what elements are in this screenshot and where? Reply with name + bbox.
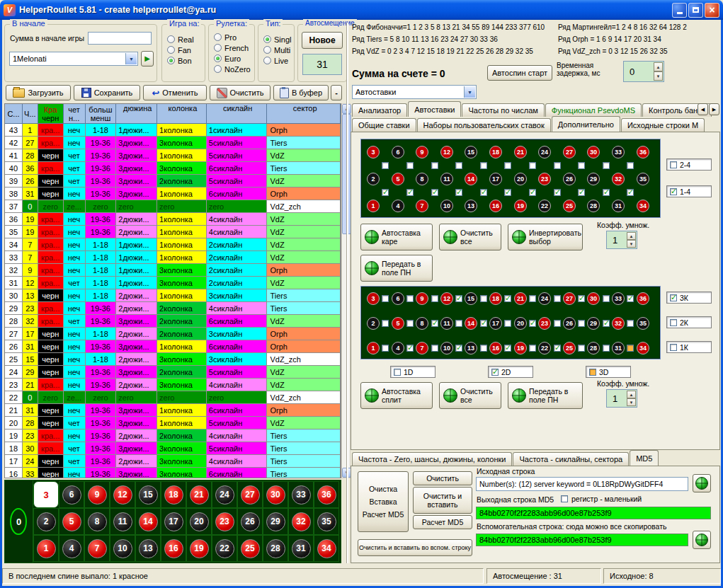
table-row[interactable]: 3013черннеч1-182дюжи...1колонка3сиклайнT… [5,289,341,302]
radio-option-Real[interactable]: Real [167,35,194,44]
radio-option-Bon[interactable]: Bon [167,56,194,65]
board-cell-11[interactable]: 11 [110,508,135,535]
bet-checkbox[interactable] [578,162,585,169]
bet-number-8[interactable]: 8 [416,317,428,330]
chevron-down-icon[interactable]: ▼ [464,86,475,98]
table-row[interactable]: 1724чернчет19-362дюжи...3колонка4сиклайн… [5,455,341,468]
bet-checkbox[interactable] [627,345,634,352]
bet-number-21[interactable]: 21 [514,146,527,158]
spin-up-icon[interactable]: ▲ [627,391,636,398]
bets-combo[interactable]: Автоставки ▼ [352,85,477,99]
bet-checkbox[interactable] [578,345,585,352]
bet-number-22[interactable]: 22 [538,200,551,212]
split-grid[interactable]: 3691215182124273033362581114172023262932… [360,286,661,359]
bet-number-1[interactable]: 1 [367,342,380,354]
board-cell-26[interactable]: 26 [237,508,263,535]
register-checkbox[interactable]: регистр - маленький [561,495,642,503]
bet-number-17[interactable]: 17 [489,317,502,330]
board-cell-7[interactable]: 7 [84,535,110,562]
table-row[interactable]: 4036кра...чет19-363дюжи...3колонка6сикла… [5,162,341,175]
bet-number-29[interactable]: 29 [587,173,600,185]
bet-checkbox[interactable] [554,320,561,327]
spinner-arrows[interactable]: ▲▼ [627,391,636,406]
bet-number-6[interactable]: 6 [392,146,404,158]
table-row[interactable]: 2028чернчет19-363дюжи...1колонка5сиклайн… [5,417,341,430]
bet-number-5[interactable]: 5 [392,317,404,330]
tabs-scroll-left[interactable]: ◀ [698,103,708,115]
corner-multiplier-spinner[interactable]: 1 ▲▼ [606,231,637,249]
table-row[interactable]: 3619кра...неч19-362дюжи...1колонка4сикла… [5,213,341,226]
maximize-button[interactable] [688,3,703,18]
bet-checkbox[interactable] [627,162,634,169]
tab-Общие ставки[interactable]: Общие ставки [352,118,416,132]
bet-number-25[interactable]: 25 [563,342,576,354]
side-checkbox-2К[interactable]: 2К [666,316,712,328]
tab-Исходные строки M[interactable]: Исходные строки M [621,118,705,132]
bet-checkbox[interactable] [406,345,414,352]
bet-checkbox[interactable] [382,189,389,196]
transfer-split-button[interactable]: Передать в поле ПН [508,382,583,409]
board-cell-16[interactable]: 16 [161,535,186,562]
load-button[interactable]: Загрузить [6,85,71,100]
bet-number-22[interactable]: 22 [538,342,551,354]
bet-number-35[interactable]: 35 [637,317,649,330]
bet-checkbox[interactable] [504,320,511,327]
table-row[interactable]: 2131черннеч19-363дюжи...1колонка6сиклайн… [5,404,341,417]
bet-checkbox[interactable] [554,295,561,302]
side-checkbox-2-4[interactable]: 2-4 [666,158,712,171]
bet-number-8[interactable]: 8 [416,173,428,185]
board-cell-23[interactable]: 23 [212,508,237,535]
bet-number-21[interactable]: 21 [514,292,527,305]
table-row[interactable]: 347кра...неч1-181дюжи...1колонка2сиклайн… [5,238,341,251]
radio-option-Singl[interactable]: Singl [263,35,291,44]
board-cell-2[interactable]: 2 [33,508,59,535]
bet-number-33[interactable]: 33 [612,146,625,158]
board-cell-27[interactable]: 27 [237,481,263,508]
bet-checkbox[interactable] [431,320,438,327]
roulette-board[interactable]: 0 36912151821242730333625811141720232629… [4,480,341,563]
bet-number-7[interactable]: 7 [416,342,428,354]
bet-checkbox[interactable] [603,320,610,327]
md5-clear-paste-aux-button[interactable]: Очистить и вставить во вспом. строку [358,539,472,556]
side-checkbox-3D[interactable]: 3D [586,366,631,378]
bet-checkbox[interactable] [554,162,561,169]
bet-checkbox[interactable] [554,189,561,196]
bet-checkbox[interactable] [529,295,536,302]
panel-splitter[interactable] [346,23,348,563]
bet-checkbox[interactable] [578,189,585,196]
split-multiplier-spinner[interactable]: 1 ▲▼ [606,389,637,408]
bet-checkbox[interactable] [504,295,511,302]
to-buffer-button[interactable]: В буфер [273,85,329,100]
table-row[interactable]: 1830кра...чет19-363дюжи...3колонка5сикла… [5,442,341,455]
board-cell-17[interactable]: 17 [161,508,186,535]
bet-number-28[interactable]: 28 [587,200,600,212]
bet-number-16[interactable]: 16 [489,342,502,354]
table-row[interactable]: 2832кра...чет19-363дюжи...2колонка6сикла… [5,315,341,328]
board-cell-20[interactable]: 20 [186,508,212,535]
board-cell-31[interactable]: 31 [288,535,314,562]
table-row[interactable]: 3831черннеч19-363дюжи...1колонка6сиклайн… [5,188,341,200]
bet-number-32[interactable]: 32 [612,173,625,185]
bet-checkbox[interactable] [382,320,389,327]
bet-number-18[interactable]: 18 [489,146,502,158]
bet-checkbox[interactable] [431,295,438,302]
board-cell-15[interactable]: 15 [135,481,161,508]
transfer-corner-button[interactable]: Передать в поле ПН [360,255,433,282]
bet-number-3[interactable]: 3 [367,292,380,305]
board-cell-19[interactable]: 19 [186,535,212,562]
tab-Частоты по числам[interactable]: Частоты по числам [462,103,544,117]
board-cell-33[interactable]: 33 [288,481,314,508]
bet-number-26[interactable]: 26 [563,317,576,330]
bet-number-25[interactable]: 25 [563,200,576,212]
md5-aux-sphere-button[interactable] [693,531,711,549]
bet-checkbox[interactable] [480,295,487,302]
bet-number-14[interactable]: 14 [465,317,477,330]
table-row[interactable]: 2515черннеч1-182дюжи...3колонка3сиклайнV… [5,353,341,366]
spin-up-icon[interactable]: ▲ [654,62,663,71]
bet-checkbox[interactable] [603,295,610,302]
bet-checkbox[interactable] [529,345,536,352]
clear-button[interactable]: Очистить [210,85,271,100]
bet-number-10[interactable]: 10 [440,200,453,212]
board-cell-10[interactable]: 10 [110,535,135,562]
table-row[interactable]: 2429черннеч19-363дюжи...2колонка5сиклайн… [5,366,341,379]
